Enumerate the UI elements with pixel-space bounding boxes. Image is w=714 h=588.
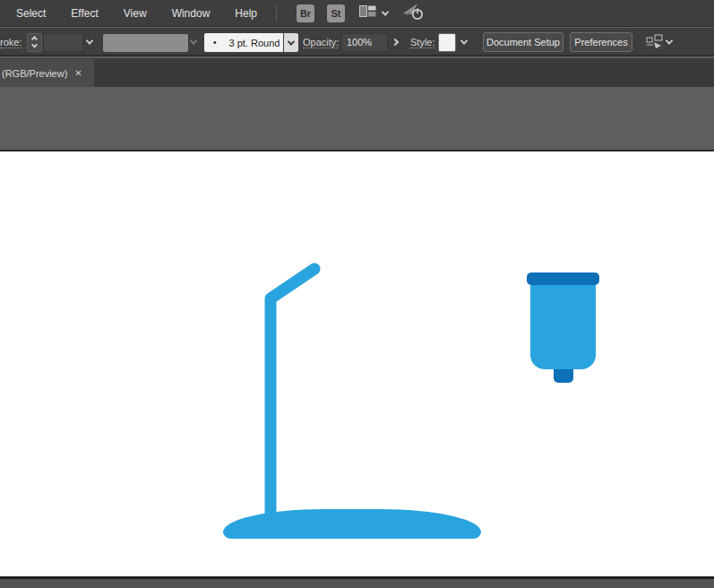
workspace-switcher[interactable] xyxy=(359,5,388,22)
chevron-down-icon xyxy=(382,8,389,15)
opacity-expand-icon[interactable] xyxy=(391,39,399,46)
brush-definition-value: 3 pt. Round xyxy=(229,38,280,48)
menu-effect[interactable]: Effect xyxy=(59,0,109,27)
style-label[interactable]: Style: xyxy=(410,37,435,48)
tab-close-icon[interactable]: ✕ xyxy=(74,68,82,78)
menu-bar: Select Effect View Window Help Br St xyxy=(0,0,714,27)
menu-help[interactable]: Help xyxy=(223,0,269,27)
stock-button[interactable]: St xyxy=(327,4,345,22)
chevron-down-icon xyxy=(288,38,295,45)
brush-definition-dropdown[interactable]: • 3 pt. Round xyxy=(204,33,283,52)
gpu-performance-button[interactable] xyxy=(402,2,426,25)
control-bar: roke: • 3 pt. Round Opacity: 100% Style:… xyxy=(0,28,714,56)
artboard xyxy=(0,151,714,576)
illustrator-window: Select Effect View Window Help Br St xyxy=(0,0,714,588)
menu-window[interactable]: Window xyxy=(160,0,222,27)
width-profile-chevron-icon xyxy=(190,37,197,44)
document-tab[interactable]: (RGB/Preview) ✕ xyxy=(0,59,94,87)
lamp-base-shape[interactable] xyxy=(223,509,481,539)
align-icon[interactable] xyxy=(646,34,665,54)
brush-definition-chevron[interactable] xyxy=(284,33,298,52)
stepper-down-icon xyxy=(31,42,38,48)
width-profile-dropdown[interactable] xyxy=(103,34,188,52)
document-tab-bar: (RGB/Preview) ✕ xyxy=(0,58,714,87)
document-setup-button[interactable]: Document Setup xyxy=(483,32,563,52)
gpu-performance-icon xyxy=(402,2,426,25)
opacity-field[interactable]: 100% xyxy=(341,33,388,52)
stroke-weight-stepper[interactable] xyxy=(27,33,42,52)
stroke-weight-dropdown-icon[interactable] xyxy=(86,37,93,44)
lamp-pole-path[interactable] xyxy=(271,269,314,519)
brush-preview-dot: • xyxy=(213,38,217,48)
stroke-weight-field[interactable] xyxy=(43,33,83,52)
align-dropdown-icon[interactable] xyxy=(666,37,673,44)
style-dropdown-icon[interactable] xyxy=(460,37,468,44)
menu-select[interactable]: Select xyxy=(4,0,57,27)
style-swatch[interactable] xyxy=(438,33,456,52)
opacity-label[interactable]: Opacity: xyxy=(303,37,339,48)
container-body-shape[interactable] xyxy=(530,279,596,369)
pasteboard xyxy=(0,87,714,150)
container-rim-shape[interactable] xyxy=(527,272,599,285)
preferences-button[interactable]: Preferences xyxy=(570,32,632,52)
pasteboard-bottom xyxy=(0,579,714,588)
stroke-label[interactable]: roke: xyxy=(0,37,22,48)
bridge-button[interactable]: Br xyxy=(297,4,314,22)
menubar-divider xyxy=(276,5,277,22)
menu-view[interactable]: View xyxy=(112,0,159,27)
workspace-layout-icon xyxy=(359,5,376,22)
document-tab-label: (RGB/Preview) xyxy=(2,68,67,79)
